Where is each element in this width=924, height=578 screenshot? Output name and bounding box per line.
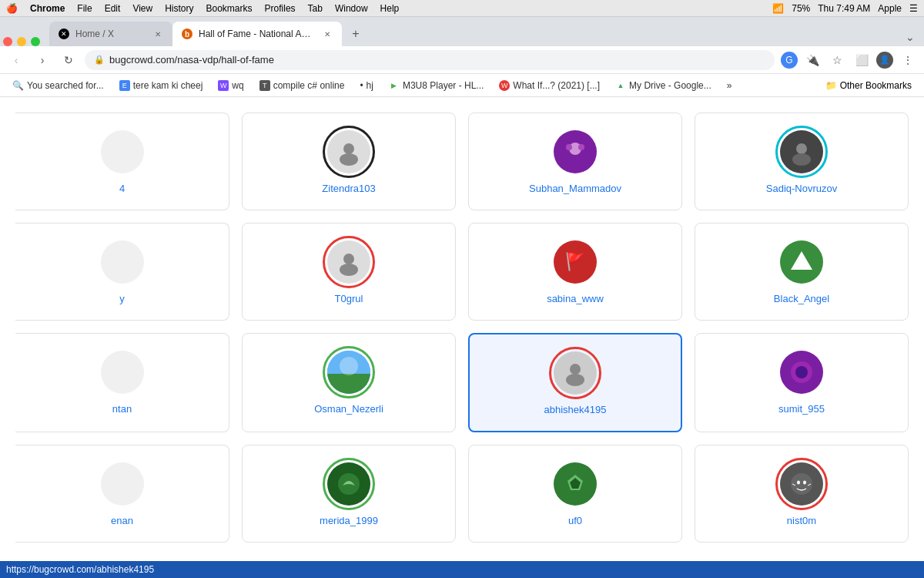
avatar-t0grul (326, 239, 372, 285)
username-subhan: Subhan_Mammadov (529, 183, 621, 194)
tab-hof[interactable]: b Hall of Fame - National Aerona... ✕ (172, 22, 342, 46)
tab-favicon-x: ✕ (59, 29, 69, 39)
hof-grid: 4 Zitendra103 Subhan_Mammadov (15, 105, 909, 550)
bookmark-label: hj (367, 80, 373, 91)
tab-close-home[interactable]: ✕ (152, 29, 163, 39)
bookmark-hj[interactable]: • hj (353, 78, 380, 93)
hof-card-nist0m[interactable]: nist0m (695, 445, 909, 543)
username-blackangel: Black_Angel (774, 293, 829, 304)
avatar-partial-2 (99, 349, 146, 395)
tab-close-hof[interactable]: ✕ (322, 29, 333, 39)
hof-card-sumit[interactable]: sumit_955 (695, 333, 909, 432)
chrome-menu[interactable]: Chrome (30, 3, 65, 14)
forward-button[interactable]: › (32, 50, 52, 70)
profiles-menu[interactable]: Profiles (265, 3, 296, 14)
close-button[interactable] (3, 37, 12, 46)
fullscreen-button[interactable] (31, 37, 40, 46)
address-bar: ‹ › ↻ 🔒 bugcrowd.com/nasa-vdp/hall-of-fa… (0, 46, 924, 74)
more-options-button[interactable]: ⋮ (898, 50, 918, 70)
apple-menu[interactable]: 🍎 (6, 3, 18, 14)
other-bookmarks[interactable]: 📁 Other Bookmarks (819, 78, 918, 93)
other-bookmarks-label: Other Bookmarks (840, 80, 912, 91)
bookmark-more[interactable]: » (721, 78, 738, 93)
avatar-partial-0 (99, 129, 146, 175)
hof-card-partial-0[interactable]: 4 (15, 113, 229, 210)
username-partial-1: y (119, 293, 125, 304)
hof-card-abhishek[interactable]: abhishek4195 (468, 333, 682, 432)
bookmark-whatif[interactable]: W What If...? (2021) [...] (493, 78, 606, 93)
bookmark-play-favicon: ▶ (389, 80, 400, 91)
reload-button[interactable]: ↻ (59, 50, 79, 70)
main-content: 4 Zitendra103 Subhan_Mammadov (0, 97, 924, 561)
tab-scroll-right[interactable]: ⌄ (906, 31, 915, 43)
bookmark-wq[interactable]: W wq (212, 78, 249, 93)
tab-title-hof: Hall of Fame - National Aerona... (199, 29, 316, 39)
avatar-subhan (552, 129, 598, 175)
hof-card-sabina[interactable]: 🚩 sabina_www (468, 223, 682, 321)
username-uf0: uf0 (568, 515, 582, 526)
traffic-lights (3, 37, 40, 46)
bookmark-label: tere kam ki cheej (133, 80, 203, 91)
google-account-icon[interactable]: G (781, 52, 798, 69)
tab-title-home: Home / X (75, 29, 146, 39)
hof-card-sadiq[interactable]: Sadiq-Novruzov (695, 113, 909, 210)
menu-icon: ☰ (909, 3, 918, 14)
history-menu[interactable]: History (165, 3, 193, 14)
profile-icon[interactable]: 👤 (876, 52, 893, 69)
screenshot-icon[interactable]: ⬜ (852, 50, 872, 70)
hof-card-t0grul[interactable]: T0grul (242, 223, 456, 321)
lock-icon: 🔒 (94, 55, 105, 65)
bookmark-t-favicon: T (259, 80, 270, 91)
avatar-uf0 (552, 461, 598, 507)
window-menu[interactable]: Window (335, 3, 368, 14)
bookmark-label: You searched for... (27, 80, 104, 91)
file-menu[interactable]: File (77, 3, 92, 14)
bookmark-label: M3U8 Player - HL... (403, 80, 484, 91)
bookmarks-bar: 🔍 You searched for... E tere kam ki chee… (0, 74, 924, 97)
bookmark-drive-favicon: ▲ (615, 80, 626, 91)
extension-icon[interactable]: 🔌 (802, 50, 822, 70)
bookmark-label: wq (232, 80, 243, 91)
edit-menu[interactable]: Edit (105, 3, 121, 14)
avatar-sadiq (778, 129, 825, 175)
hof-card-osman[interactable]: Osman_Nezerli (242, 333, 456, 432)
avatar-partial-3 (99, 461, 146, 507)
help-menu[interactable]: Help (380, 3, 400, 14)
bookmark-compile[interactable]: T compile c# online (253, 78, 351, 93)
bookmark-searched[interactable]: 🔍 You searched for... (6, 78, 110, 93)
bookmark-m3u8[interactable]: ▶ M3U8 Player - HL... (383, 78, 490, 93)
tab-home-x[interactable]: ✕ Home / X ✕ (49, 22, 172, 46)
hof-card-uf0[interactable]: uf0 (468, 445, 682, 543)
tab-bar: ✕ Home / X ✕ b Hall of Fame - National A… (0, 17, 924, 46)
avatar-blackangel (778, 239, 825, 285)
menu-bar-right: 📶 75% Thu 7:49 AM Apple ☰ (772, 3, 918, 14)
address-bar-actions: G 🔌 ☆ ⬜ 👤 ⋮ (781, 50, 918, 70)
view-menu[interactable]: View (132, 3, 152, 14)
hof-card-blackangel[interactable]: Black_Angel (695, 223, 909, 321)
back-button[interactable]: ‹ (6, 50, 26, 70)
username-merida: merida_1999 (320, 515, 378, 526)
tab-bar-right: ⌄ (906, 31, 921, 46)
bookmark-tere[interactable]: E tere kam ki cheej (113, 78, 209, 93)
avatar-sumit (778, 349, 825, 395)
tab-menu[interactable]: Tab (308, 3, 323, 14)
folder-icon: 📁 (825, 80, 837, 91)
bookmark-gdrive[interactable]: ▲ My Drive - Google... (609, 78, 718, 93)
hof-card-partial-1[interactable]: y (15, 223, 229, 321)
hof-card-zitendra[interactable]: Zitendra103 (242, 113, 456, 210)
hof-card-subhan[interactable]: Subhan_Mammadov (468, 113, 682, 210)
battery-level: 75% (792, 3, 810, 14)
new-tab-button[interactable]: + (345, 23, 367, 45)
wifi-icon: 📶 (772, 3, 784, 14)
hof-card-partial-3[interactable]: enan (15, 445, 229, 543)
avatar-zitendra (326, 129, 372, 175)
bookmarks-menu[interactable]: Bookmarks (206, 3, 253, 14)
minimize-button[interactable] (17, 37, 26, 46)
username-nist0m: nist0m (787, 515, 816, 526)
username-partial-0: 4 (119, 183, 125, 194)
username-partial-2: ntan (112, 403, 132, 415)
hof-card-partial-2[interactable]: ntan (15, 333, 229, 432)
url-bar[interactable]: 🔒 bugcrowd.com/nasa-vdp/hall-of-fame (85, 50, 775, 70)
bookmark-star-icon[interactable]: ☆ (827, 50, 847, 70)
hof-card-merida[interactable]: merida_1999 (242, 445, 456, 543)
